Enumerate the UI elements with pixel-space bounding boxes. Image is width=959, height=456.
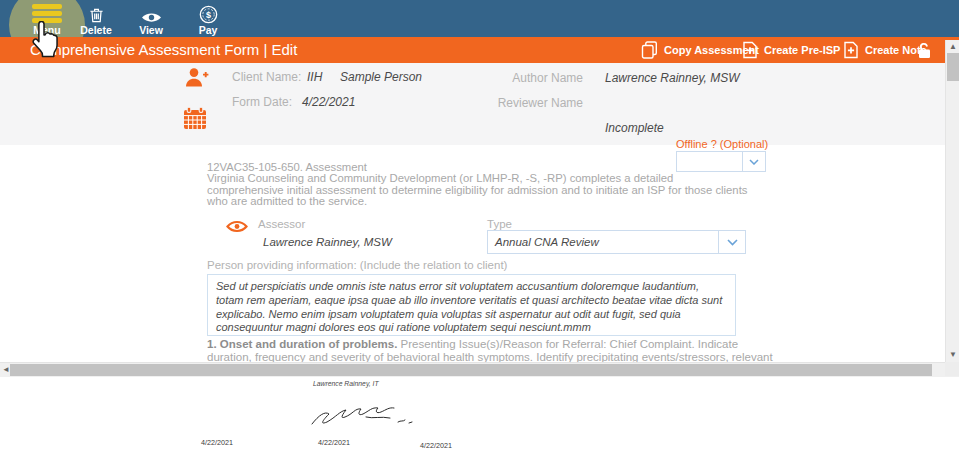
chevron-down-icon[interactable] [718,231,745,253]
create-pre-isp-button[interactable]: Create Pre-ISP [742,37,840,63]
unlock-icon [916,42,932,59]
visibility-eye-icon[interactable] [226,219,248,238]
create-pre-isp-label: Create Pre-ISP [764,44,840,56]
hand-cursor-icon [27,21,60,62]
person-providing-textarea[interactable]: Sed ut perspiciatis unde omnis iste natu… [207,274,736,336]
form-date-value[interactable]: 4/22/2021 [302,95,355,109]
trash-icon [69,0,123,24]
copy-icon [641,41,658,59]
toolbar-button-label: View [124,24,178,36]
client-name-label: Client Name: [232,70,301,84]
author-name-value: Lawrence Rainney, MSW [605,71,740,85]
type-dropdown[interactable]: Annual CNA Review [487,230,746,254]
top-toolbar: Menu Delete View $ Pay [0,0,959,37]
eye-icon [124,0,178,24]
toolbar-button-view[interactable]: View [124,0,178,37]
assessor-label: Assessor [258,218,305,230]
signature-date: 4/22/2021 [318,438,350,447]
scroll-down-arrow-icon[interactable]: ▼ [949,348,957,362]
horizontal-scrollbar[interactable]: ◄ ► [0,362,959,377]
scroll-up-arrow-icon[interactable]: ▲ [949,40,957,54]
form-title-bar: Comprehensive Assessment Form | Edit Cop… [0,37,959,63]
add-document-icon [843,41,859,59]
page-title: Comprehensive Assessment Form | Edit [30,41,297,58]
assessor-value: Lawrence Rainney, MSW [263,236,392,248]
signature-date: 4/22/2021 [420,441,452,450]
app-window: Menu Delete View $ Pay Compr [0,0,959,456]
scroll-left-arrow-icon[interactable]: ◄ [2,363,10,377]
toolbar-button-label: Delete [69,24,123,36]
signature-date: 4/22/2021 [201,438,233,447]
horizontal-scrollbar-thumb[interactable] [10,364,932,376]
signer-name: Lawrence Rainney, IT [313,380,379,387]
type-dropdown-value: Annual CNA Review [488,236,718,248]
reviewer-name-label: Reviewer Name [450,96,583,110]
add-client-icon [184,66,209,95]
client-code-value: IIH [307,70,322,84]
regulation-paragraph: 12VAC35-105-650. Assessment Virginia Cou… [207,162,752,208]
calendar-icon[interactable] [183,106,207,134]
section-1-title: 1. Onset and duration of problems. [207,338,397,350]
svg-text:$: $ [205,10,210,20]
toolbar-button-pay[interactable]: $ Pay [181,0,235,37]
add-document-icon [742,41,758,59]
dollar-coin-icon: $ [181,0,235,24]
offline-label: Offline ? (Optional) [676,138,768,150]
author-name-label: Author Name [450,71,583,85]
signature-image [306,398,416,438]
type-label: Type [487,218,512,230]
vertical-scrollbar[interactable]: ▲ ▼ [945,40,959,362]
create-note-button[interactable]: Create Note [843,37,927,63]
scrollbar-corner [945,362,959,376]
regulation-description: Virginia Counseling and Community Develo… [207,173,752,207]
section-1-text: Presenting Issue(s)/Reason for Referral:… [397,338,738,350]
person-providing-label: Person providing information: (Include t… [207,259,507,271]
status-badge: Incomplete [605,121,664,135]
unlock-button[interactable] [916,37,932,63]
form-date-label: Form Date: [232,95,292,109]
toolbar-button-delete[interactable]: Delete [69,0,123,37]
vertical-scrollbar-thumb[interactable] [947,53,959,81]
client-name-value: Sample Person [340,70,422,84]
toolbar-button-label: Pay [181,24,235,36]
section-1-heading: 1. Onset and duration of problems. Prese… [207,338,792,364]
